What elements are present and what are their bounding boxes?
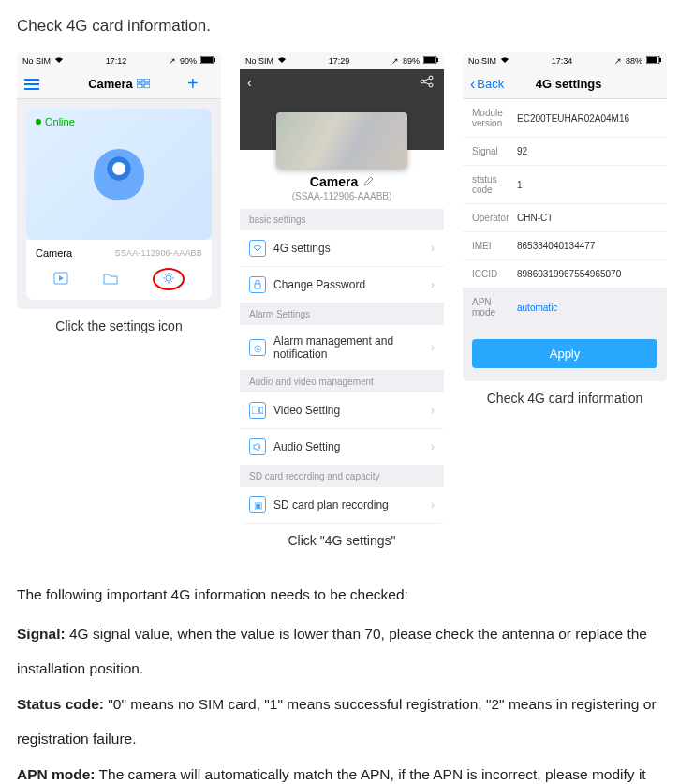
row-label: Audio Setting	[273, 440, 423, 453]
row-alarm-management[interactable]: ◎ Alarm management and notification ›	[240, 325, 444, 371]
lead-paragraph: The following important 4G information n…	[17, 578, 662, 612]
camera-name: Camera	[310, 174, 358, 189]
grid-icon[interactable]	[137, 77, 150, 91]
caption-3: Check 4G card information	[487, 391, 643, 406]
svg-point-8	[166, 275, 171, 281]
kv-module-version: Module versionEC200TEUHAR02A04M16	[463, 99, 667, 138]
camera-serial: SSAA-112906-AAABB	[115, 248, 202, 258]
row-label: Video Setting	[273, 404, 423, 417]
svg-rect-15	[255, 284, 260, 288]
nav-bar: ‹ Back 4G settings	[463, 69, 667, 99]
bell-icon: ◎	[249, 339, 266, 356]
back-label: Back	[477, 77, 504, 91]
carrier-label: No SIM	[245, 56, 273, 66]
svg-rect-1	[201, 57, 213, 63]
row-4g-settings[interactable]: 4G settings ›	[240, 230, 444, 267]
camera-header: ‹	[240, 69, 444, 150]
row-label: Change Password	[273, 278, 423, 291]
kv-signal: Signal92	[463, 138, 667, 166]
chevron-right-icon: ›	[431, 404, 435, 417]
back-button[interactable]: ‹ Back	[470, 76, 504, 93]
camera-illustration	[94, 149, 144, 200]
clock: 17:12	[106, 56, 127, 66]
battery-label: 89%	[403, 56, 420, 66]
gear-icon[interactable]	[162, 272, 175, 288]
row-change-password[interactable]: Change Password ›	[240, 267, 444, 303]
phone-1: No SIM 17:12 ↗ 90%	[17, 52, 221, 309]
apn-paragraph: APN mode: The camera will automatically …	[17, 758, 662, 784]
camera-card[interactable]: Online	[26, 109, 212, 240]
row-audio-setting[interactable]: Audio Setting ›	[240, 429, 444, 466]
svg-point-12	[421, 80, 424, 83]
phone-2: No SIM 17:29 ↗ 89% ‹	[240, 52, 444, 524]
svg-rect-2	[214, 58, 215, 62]
svg-rect-10	[424, 57, 435, 63]
carrier-label: No SIM	[22, 56, 51, 66]
svg-point-13	[429, 76, 433, 80]
camera-serial: (SSAA-112906-AAABB)	[240, 191, 444, 201]
page-title: Check 4G card information.	[17, 17, 662, 36]
status-paragraph: Status code: "0" means no SIM card, "1" …	[17, 688, 662, 756]
wifi-icon	[277, 56, 287, 66]
clock: 17:29	[329, 56, 350, 66]
row-video-setting[interactable]: Video Setting ›	[240, 392, 444, 429]
screenshots-row: No SIM 17:12 ↗ 90%	[17, 52, 662, 548]
location-icon: ↗	[169, 56, 176, 66]
row-label: Alarm management and notification	[273, 334, 423, 361]
location-icon: ↗	[391, 56, 399, 66]
section-sd: SD card recording and capacity	[240, 466, 444, 487]
wifi-icon	[54, 56, 64, 66]
camera-preview	[276, 112, 407, 169]
row-label: 4G settings	[273, 242, 423, 255]
add-button[interactable]: +	[187, 73, 214, 95]
chevron-right-icon: ›	[431, 341, 435, 354]
status-bar: No SIM 17:34 ↗ 88%	[463, 52, 667, 69]
battery-icon	[423, 56, 438, 66]
caption-1: Click the settings icon	[55, 318, 182, 333]
audio-icon	[249, 438, 266, 455]
lock-icon	[249, 276, 266, 293]
battery-icon	[200, 56, 215, 66]
clock: 17:34	[552, 56, 573, 66]
kv-status-code: status code1	[463, 166, 667, 204]
row-sd-recording[interactable]: ▣ SD card plan recording ›	[240, 487, 444, 524]
rec-icon: ▣	[249, 496, 266, 513]
list-icon[interactable]	[24, 79, 51, 90]
svg-rect-11	[436, 58, 438, 62]
section-alarm: Alarm Settings	[240, 303, 444, 325]
section-av: Audio and video management	[240, 371, 444, 392]
svg-rect-16	[252, 407, 259, 414]
share-icon[interactable]	[420, 75, 435, 91]
wifi-icon	[249, 240, 266, 257]
chevron-right-icon: ›	[431, 242, 435, 255]
svg-rect-5	[137, 84, 142, 88]
svg-point-14	[429, 83, 433, 87]
folder-icon[interactable]	[103, 272, 118, 288]
battery-icon	[646, 56, 661, 66]
nav-title: Camera	[88, 77, 133, 91]
chevron-right-icon: ›	[431, 440, 435, 453]
playback-icon[interactable]	[53, 272, 68, 288]
edit-icon[interactable]	[363, 174, 374, 189]
section-basic: basic settings	[240, 209, 444, 230]
svg-rect-6	[144, 84, 150, 88]
svg-rect-18	[647, 57, 657, 63]
video-icon	[249, 402, 266, 419]
location-icon: ↗	[614, 56, 622, 66]
carrier-label: No SIM	[468, 56, 496, 66]
status-bar: No SIM 17:12 ↗ 90%	[17, 52, 221, 69]
kv-apn-mode[interactable]: APN modeautomatic	[463, 288, 667, 326]
back-icon[interactable]: ‹	[247, 75, 252, 90]
wifi-icon	[500, 56, 509, 66]
caption-2: Click "4G settings"	[288, 533, 396, 548]
settings-highlight	[153, 268, 185, 290]
online-badge: Online	[36, 116, 75, 127]
battery-label: 90%	[180, 56, 197, 66]
phone-3: No SIM 17:34 ↗ 88% ‹ Back 4G settings	[463, 52, 667, 381]
svg-rect-4	[144, 79, 150, 82]
kv-operator: OperatorCHN-CT	[463, 204, 667, 232]
chevron-right-icon: ›	[431, 498, 435, 511]
apply-button[interactable]: Apply	[472, 339, 657, 368]
camera-name: Camera	[36, 247, 72, 259]
svg-rect-19	[659, 58, 661, 62]
